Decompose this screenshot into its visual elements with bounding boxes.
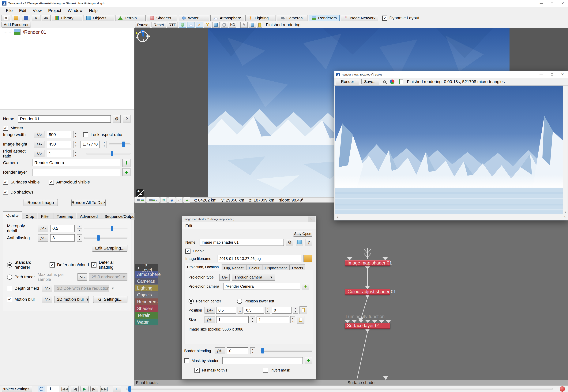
surfaces-visible-checkbox[interactable]: ✓ (3, 180, 8, 185)
render-view-close-button[interactable]: ✕ (557, 71, 568, 78)
image-filename-input[interactable]: 2018-01-13 13.27.26.jpg (217, 255, 301, 262)
dof-dropdown[interactable]: 3D DoF with noise reduction▾ (55, 285, 109, 292)
preview-objects-toggle[interactable] (212, 22, 219, 28)
menu-view[interactable]: View (29, 8, 45, 13)
size-copy-button[interactable] (297, 316, 305, 323)
camera-view-button[interactable] (135, 197, 146, 203)
dynamic-layout-checkbox[interactable]: ✓ (382, 15, 387, 21)
preview-clouds-toggle[interactable]: ☁ (187, 22, 194, 28)
tab-projection-location[interactable]: Projection, Location (185, 263, 221, 271)
tree-item-render01[interactable]: ······ /Render 01 (4, 29, 46, 35)
add-object-tool-button[interactable] (249, 22, 256, 28)
size-x-input[interactable]: 1 (216, 316, 248, 323)
render-view-vertical-scrollbar[interactable]: ∨ (563, 85, 568, 214)
toolbar-cameras-button[interactable]: Cameras (277, 15, 307, 21)
browse-file-button[interactable] (304, 255, 312, 262)
aspect-ratio-stepper[interactable]: ▲▼ (102, 140, 107, 148)
position-z-input[interactable]: 0 (272, 307, 291, 314)
frame-lock-button[interactable]: F (113, 386, 121, 392)
enable-checkbox[interactable]: ✓ (185, 249, 190, 254)
timeline-slider[interactable] (126, 388, 553, 390)
micropoly-slider[interactable] (84, 228, 127, 229)
render-view-title-bar[interactable]: Render View: 800x450 @ 100% — □ ✕ (335, 71, 568, 78)
border-blending-stepper[interactable]: ▲▼ (250, 347, 255, 354)
toolbar-terrain-button[interactable]: Terrain (115, 15, 146, 21)
menu-help[interactable]: Help (86, 8, 101, 13)
toolbar-shaders-button[interactable]: Shaders (147, 15, 177, 21)
pixel-aspect-slider[interactable] (86, 153, 131, 154)
shader-preview-button[interactable] (296, 239, 303, 246)
pause-button[interactable]: Pause (135, 22, 150, 28)
position-fx-button[interactable]: ƒA▸ (204, 307, 215, 314)
camera-add-button[interactable]: + (122, 159, 131, 167)
go-first-frame-button[interactable]: |◀◀ (61, 386, 69, 392)
clock-toggle-button[interactable] (38, 386, 45, 392)
preview-shutter-toggle[interactable] (221, 22, 228, 28)
sync-view-button[interactable]: ↻ (160, 197, 167, 203)
defer-all-checkbox[interactable]: ✓ (91, 262, 97, 267)
edit-sampling-button[interactable]: Edit Sampling... (92, 245, 127, 252)
position-copy-button[interactable] (299, 307, 307, 314)
fit-mask-checkbox[interactable]: ✓ (194, 368, 200, 373)
micropoly-stepper[interactable]: ▲▼ (77, 225, 82, 232)
motion-blur-dropdown[interactable]: 3D motion blur▾ (55, 296, 89, 303)
toolbar-node-network-button[interactable]: ⑂Node Network (341, 15, 378, 21)
toolbar-water-button[interactable]: Water (179, 15, 209, 21)
save-project-button[interactable] (22, 15, 30, 21)
image-height-fx-button[interactable]: ƒA▸ (34, 140, 44, 148)
exposure-adjust-icon[interactable]: +− (136, 189, 144, 196)
position-y-input[interactable]: 0.5 (244, 307, 264, 314)
render-view-maximize-button[interactable]: □ (547, 71, 557, 78)
position-y-stepper[interactable]: ▲▼ (265, 307, 270, 314)
toolbar-objects-button[interactable]: Objects (84, 15, 114, 21)
scroll-down-icon[interactable]: ∨ (563, 210, 568, 214)
new-project-button[interactable]: ✶ (1, 15, 10, 21)
projection-camera-input[interactable]: /Render Camera (223, 283, 300, 290)
render-view-window[interactable]: Render View: 800x450 @ 100% — □ ✕ Render… (334, 70, 568, 221)
antialiasing-input[interactable]: 3 (50, 234, 75, 241)
invert-mask-checkbox[interactable]: ✓ (263, 368, 268, 373)
play-button[interactable]: ▶ (81, 386, 88, 392)
scroll-right-icon[interactable]: › (562, 214, 568, 220)
prev-frame-button[interactable]: |◀ (71, 386, 79, 392)
border-blending-input[interactable]: 0 (227, 347, 248, 354)
gi-settings-button[interactable]: GI Settings... (93, 296, 127, 303)
render-view-horizontal-scrollbar[interactable]: ‹ › (335, 214, 568, 220)
size-x-stepper[interactable]: ▲▼ (250, 316, 255, 323)
close-button[interactable]: ✕ (557, 0, 568, 7)
image-height-input[interactable]: 450 (47, 140, 71, 148)
paint-tool-button[interactable]: ✎ (240, 22, 248, 28)
image-width-input[interactable]: 800 (47, 131, 71, 138)
shader-name-input[interactable]: Image map shader 01 (200, 239, 284, 246)
projection-type-fx-button[interactable]: ƒA▸ (219, 274, 230, 281)
render-all-to-disk-button[interactable]: Render All To Disk (72, 199, 106, 206)
preview-lighting-toggle[interactable]: ☀ (196, 22, 203, 28)
category-shaders[interactable]: Shaders (135, 305, 158, 312)
camera-to-view-button[interactable]: ▸ (146, 197, 159, 203)
depth-of-field-checkbox[interactable]: ✓ (7, 286, 12, 291)
aspect-ratio-input[interactable]: 1.77778 (81, 140, 100, 148)
micropoly-input[interactable]: 0.5 (50, 225, 75, 232)
compass-widget[interactable]: 0 90 − (137, 31, 148, 42)
render-view-minimize-button[interactable]: — (536, 71, 547, 78)
node-image-map-shader[interactable]: Image map shader 01 (345, 260, 390, 266)
toolbar-library-button[interactable]: Library (52, 15, 82, 21)
image-width-fx-button[interactable]: ƒA▸ (34, 131, 44, 138)
render-button[interactable]: Render (336, 79, 359, 84)
border-blending-slider[interactable] (261, 350, 312, 351)
path-tracer-radio[interactable] (7, 275, 12, 280)
maximize-button[interactable]: □ (547, 0, 557, 7)
pixel-aspect-input[interactable]: 1 (47, 150, 71, 157)
shader-gear-button[interactable]: ⚙ (286, 239, 293, 246)
preview-surfaces-toggle[interactable] (179, 22, 186, 28)
position-x-input[interactable]: 0.5 (216, 307, 236, 314)
position-x-stepper[interactable]: ▲▼ (238, 307, 243, 314)
mask-shader-add-button[interactable]: + (305, 357, 312, 364)
save-button[interactable]: Save... (361, 79, 379, 84)
image-width-stepper[interactable]: ▲▼ (73, 131, 78, 138)
node-surface-layer[interactable]: Surface layer 01 (345, 323, 390, 329)
node-colour-adjust-shader[interactable]: Colour adjust shader 01 (345, 289, 390, 295)
category-objects[interactable]: Objects (135, 292, 158, 298)
size-y-stepper[interactable]: ▲▼ (290, 316, 295, 323)
shader-help-button[interactable]: ? (306, 239, 312, 246)
